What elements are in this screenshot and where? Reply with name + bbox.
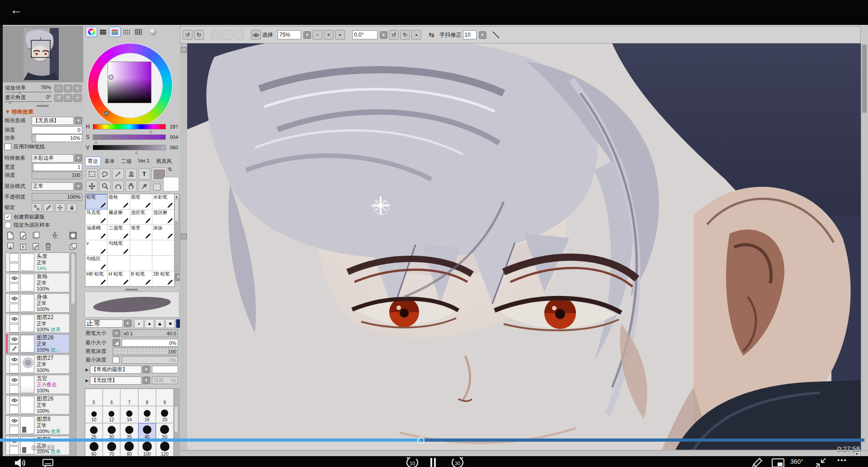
size-preset-cell[interactable]: 60 (85, 440, 103, 457)
rewind-10-icon[interactable]: 10 (405, 457, 420, 467)
layer-visibility-toggle[interactable] (9, 355, 19, 364)
brush-cell[interactable]: 喷枪 (108, 194, 130, 210)
canvas-rotate-reset-button[interactable]: ▪ (411, 30, 421, 40)
size-preset-cell[interactable]: 20 (156, 406, 174, 423)
copy-layer-button[interactable] (67, 242, 79, 251)
volume-icon[interactable] (14, 457, 26, 467)
blend-ball-tab[interactable] (147, 27, 159, 37)
layer-row[interactable]: 头发 正常 14% (5, 253, 70, 272)
paper-texture-dropdown-button[interactable]: ▼ (75, 117, 82, 124)
brush-shape-select[interactable]: 【常规的圆形】 (90, 366, 142, 374)
layer-paint-indicator[interactable] (9, 446, 19, 455)
rotate-ccw-button[interactable]: ↺ (54, 94, 63, 102)
size-preset-cell[interactable]: 7 (120, 389, 138, 406)
rgb-slider-tab[interactable] (97, 27, 109, 37)
mini-player-icon[interactable] (771, 457, 785, 467)
size-preset-cell[interactable]: 5 (85, 389, 103, 406)
layer-row[interactable]: 图层27 正常 100% (5, 354, 70, 374)
undo-button[interactable]: ↺ (183, 30, 193, 40)
mixer-tab[interactable] (121, 27, 132, 37)
new-layer-set-button[interactable] (30, 231, 41, 240)
color-wheel[interactable] (88, 43, 173, 128)
danmaku-panel-icon[interactable] (42, 457, 54, 467)
layer-row[interactable]: 五官 正片叠底 100% (5, 375, 70, 394)
layer-paint-indicator[interactable] (9, 365, 19, 373)
brush-cell[interactable]: 画笔 (130, 194, 152, 210)
brush-cell[interactable]: 二值笔 (108, 225, 130, 240)
canvas-zoom-in-button[interactable]: + (324, 30, 334, 40)
pressure-size-button[interactable] (113, 339, 120, 347)
size-preset-cell[interactable]: 70 (103, 440, 120, 457)
layer-visibility-toggle[interactable] (9, 294, 19, 303)
stabilizer-input[interactable]: 10 (463, 30, 476, 39)
canvas-angle-dropdown-button[interactable]: ▼ (380, 31, 387, 39)
min-density-checkbox[interactable] (113, 357, 119, 363)
size-preset-cell[interactable]: 35 (120, 423, 138, 440)
layer-visibility-toggle[interactable] (9, 274, 19, 282)
value-slider-marker[interactable]: △ (135, 150, 138, 154)
panel-splitter[interactable] (36, 105, 49, 107)
brush-cell[interactable]: 2B 铅笔 (152, 271, 175, 286)
special-effect-select[interactable]: 水彩边界 (32, 154, 74, 162)
swatches-tab[interactable] (132, 27, 144, 37)
selection-visibility-button[interactable] (251, 30, 261, 40)
tool-tab[interactable]: 育达 (85, 157, 101, 166)
new-layer-button[interactable] (5, 231, 16, 240)
hue-slider[interactable]: △ (93, 124, 166, 129)
brush-texture-select[interactable]: 【无纹理】 (90, 376, 142, 385)
layer-row[interactable]: 图层22 正常 100%效果 (5, 314, 70, 333)
brush-cell[interactable] (152, 240, 175, 256)
layer-thumbnail[interactable] (20, 416, 34, 434)
brush-cell[interactable]: 选区笔 (130, 210, 152, 225)
texture-strength-slider[interactable]: 强度 95 (152, 376, 178, 384)
brush-cell[interactable]: 橡皮擦 (108, 210, 130, 225)
canvas-rotate-cw-button[interactable]: ↻ (400, 30, 410, 40)
layer-opacity-slider[interactable]: 100% (32, 193, 82, 201)
progress-handle[interactable] (417, 437, 425, 444)
density-slider[interactable]: 100 (113, 348, 178, 355)
brush-cell[interactable] (108, 256, 130, 271)
size-preset-cell[interactable]: 12 (103, 406, 120, 423)
layers-scrollbar[interactable] (71, 253, 76, 456)
size-preset-cell[interactable]: 100 (138, 440, 156, 457)
effect-strength-slider[interactable]: 100 (32, 172, 82, 179)
canvas-rotate-ccw-button[interactable]: ↺ (389, 30, 399, 40)
expand-arrow-icon[interactable]: ▶ (85, 367, 90, 372)
edge-shape-2[interactable]: ▲ (145, 319, 154, 328)
min-density-input[interactable]: 0% (122, 356, 178, 364)
redo-button[interactable]: ↻ (194, 30, 204, 40)
layer-thumbnail[interactable] (20, 315, 34, 332)
layer-paint-indicator[interactable] (9, 385, 19, 394)
saturation-slider-marker[interactable]: △ (94, 140, 97, 144)
selection-copy-button[interactable] (222, 30, 232, 40)
canvas-artwork[interactable] (187, 43, 861, 450)
brush-cell[interactable]: H 铅笔 (108, 271, 130, 286)
layer-thumbnail[interactable] (20, 355, 34, 373)
brush-cell[interactable] (130, 240, 152, 256)
brush-cell[interactable]: 铅笔 (85, 194, 108, 210)
delete-layer-button[interactable] (42, 242, 54, 251)
layer-thumbnail[interactable] (20, 253, 34, 271)
layer-row[interactable]: 图层28 正常 100%效... (5, 334, 70, 353)
notes-pencil-icon[interactable] (750, 457, 763, 467)
brush-cell[interactable] (130, 256, 152, 271)
lock-transparency-button[interactable] (32, 203, 42, 212)
layer-thumbnail[interactable] (20, 294, 34, 312)
selection-paste-button[interactable] (234, 30, 244, 40)
stamp-tool[interactable] (125, 168, 137, 180)
move-tool[interactable] (86, 181, 98, 192)
layer-paint-indicator[interactable] (9, 324, 19, 333)
zoom-tool[interactable] (99, 181, 111, 192)
paper-strength-input[interactable]: 0 (32, 126, 82, 134)
size-preset-cell[interactable]: 16 (138, 406, 156, 423)
selection-source-button[interactable] (67, 231, 79, 240)
layer-thumbnail[interactable] (20, 274, 34, 291)
brush-cell[interactable]: 油漆桶 (85, 225, 108, 240)
layer-thumbnail[interactable] (20, 335, 34, 353)
size-preset-cell[interactable]: 9 (156, 389, 174, 406)
layer-paint-indicator[interactable] (9, 283, 19, 292)
layer-visibility-toggle[interactable] (9, 396, 19, 405)
brush-size-dropdown-button[interactable]: ▼ (113, 329, 120, 337)
layer-visibility-toggle[interactable] (9, 253, 19, 262)
pause-icon[interactable] (429, 457, 437, 467)
